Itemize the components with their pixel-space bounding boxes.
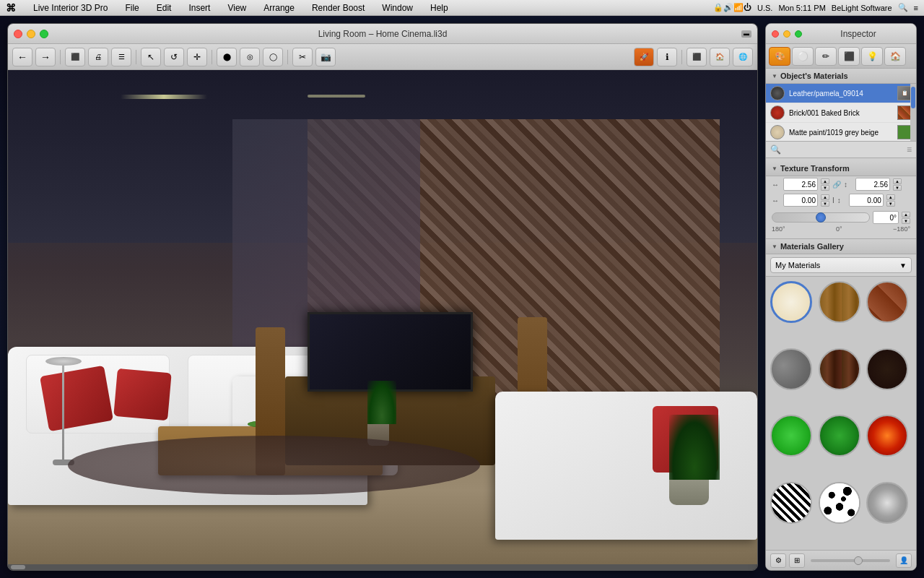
3d-button[interactable]: 🚀 xyxy=(634,48,654,66)
menubar-menu-icon[interactable]: ≡ xyxy=(914,4,918,12)
info-button[interactable]: ℹ xyxy=(657,48,677,66)
height-up-btn[interactable]: ▲ xyxy=(893,178,902,184)
rotation-input[interactable]: 0° xyxy=(873,211,899,224)
gallery-person-btn[interactable]: 👤 xyxy=(896,553,912,568)
rotation-stepper[interactable]: ▲ ▼ xyxy=(902,212,910,224)
tab-dark[interactable]: ⬛ xyxy=(838,47,860,66)
width-down-btn[interactable]: ▼ xyxy=(821,185,829,191)
offsety-up-btn[interactable]: ▲ xyxy=(886,194,895,200)
toolbar-sep-3 xyxy=(212,50,212,64)
height-down-btn[interactable]: ▼ xyxy=(893,185,902,191)
inspector-max[interactable] xyxy=(795,30,802,38)
height-input[interactable]: 2.56 xyxy=(855,178,890,191)
inspector-tabs: 🎨 ⚪ ✏ ⬛ 💡 🏠 xyxy=(766,44,916,69)
gallery-item-dark-wood[interactable] xyxy=(819,348,860,390)
gallery-item-zebra[interactable] xyxy=(770,482,812,524)
rot-up-btn[interactable]: ▲ xyxy=(902,212,910,217)
gallery-dropdown[interactable]: My Materials ▼ xyxy=(770,257,912,273)
width-stepper[interactable]: ▲ ▼ xyxy=(821,178,829,191)
orbit-button[interactable]: ◎ xyxy=(240,48,260,66)
gallery-item-fire[interactable] xyxy=(866,415,908,457)
window-resize-btn[interactable]: ▬ xyxy=(741,30,751,38)
slider-min-label: 180° xyxy=(772,225,785,233)
select-button[interactable]: ↖ xyxy=(141,48,161,66)
menu-app[interactable]: Live Interior 3D Pro xyxy=(30,3,110,13)
tab-edit[interactable]: ✏ xyxy=(815,47,837,66)
apple-menu[interactable]: ⌘ xyxy=(6,2,16,14)
material-label-1: Leather/pamela_09014 xyxy=(789,90,893,98)
material-item-2[interactable]: Brick/001 Baked Brick xyxy=(766,103,916,123)
offset-y-stepper[interactable]: ▲ ▼ xyxy=(886,194,895,207)
texture-header-label: Texture Transform xyxy=(780,164,850,173)
gallery-grid-btn[interactable]: ⊞ xyxy=(789,553,805,568)
width-input[interactable]: 2.56 xyxy=(783,178,818,191)
rot-down-btn[interactable]: ▼ xyxy=(902,218,910,224)
layout1-button[interactable]: ⬛ xyxy=(687,48,707,66)
scrollbar-thumb[interactable] xyxy=(11,565,25,569)
close-button[interactable] xyxy=(14,30,22,38)
offset-x-input[interactable]: 0.00 xyxy=(783,194,818,207)
offsetx-down-btn[interactable]: ▼ xyxy=(821,201,829,207)
record-button[interactable]: ⬤ xyxy=(217,48,237,66)
inspector-panel: Inspector 🎨 ⚪ ✏ ⬛ 💡 🏠 ▼ Object's Materia… xyxy=(765,23,917,571)
materials-scrollbar[interactable] xyxy=(910,84,916,141)
minimize-button[interactable] xyxy=(27,30,35,38)
gallery-item-concrete[interactable] xyxy=(770,348,812,390)
maximize-button[interactable] xyxy=(40,30,48,38)
gallery-item-wood[interactable] xyxy=(819,281,860,323)
cut-button[interactable]: ✂ xyxy=(292,48,313,66)
menubar-search-icon[interactable]: 🔍 xyxy=(898,3,908,12)
rotation-slider[interactable] xyxy=(772,212,870,223)
menu-view[interactable]: View xyxy=(225,3,249,13)
gallery-settings-btn[interactable]: ⚙ xyxy=(770,553,786,568)
3d-scene[interactable] xyxy=(8,70,757,564)
tab-light[interactable]: 💡 xyxy=(861,47,883,66)
offsetx-up-btn[interactable]: ▲ xyxy=(821,194,829,200)
menu-file[interactable]: File xyxy=(122,3,141,13)
floorplan-button[interactable]: ⬛ xyxy=(65,48,85,66)
material-item-1[interactable]: Leather/pamela_09014 📋 xyxy=(766,84,916,103)
menu-edit[interactable]: Edit xyxy=(154,3,175,13)
offsety-down-btn[interactable]: ▼ xyxy=(886,201,895,207)
eyedropper-icon[interactable]: 🔍 xyxy=(770,144,781,155)
toolbar-sep-2 xyxy=(136,50,136,64)
layout3-button[interactable]: 🌐 xyxy=(733,48,753,66)
offset-y-input[interactable]: 0.00 xyxy=(849,194,884,207)
render-button[interactable]: 🖨 xyxy=(88,48,108,66)
menu-help[interactable]: Help xyxy=(427,3,451,13)
width-up-btn[interactable]: ▲ xyxy=(821,178,829,184)
height-stepper[interactable]: ▲ ▼ xyxy=(893,178,902,191)
material-item-3[interactable]: Matte paint/1019 grey beige xyxy=(766,123,916,142)
gallery-item-green-dark[interactable] xyxy=(819,415,860,457)
move-button[interactable]: ✛ xyxy=(187,48,207,66)
tab-house[interactable]: 🏠 xyxy=(884,47,906,66)
menu-insert[interactable]: Insert xyxy=(186,3,213,13)
material-label-3: Matte paint/1019 grey beige xyxy=(789,129,893,137)
gallery-item-very-dark[interactable] xyxy=(866,348,908,390)
gallery-item-brick[interactable] xyxy=(866,281,908,323)
camera-button[interactable]: 📷 xyxy=(315,48,336,66)
scene-scrollbar[interactable] xyxy=(8,564,757,570)
gallery-item-spots[interactable] xyxy=(819,482,860,524)
view-button[interactable]: ☰ xyxy=(111,48,131,66)
layout2-button[interactable]: 🏠 xyxy=(710,48,730,66)
gallery-item-green-bright[interactable] xyxy=(770,415,812,457)
tab-sphere[interactable]: ⚪ xyxy=(792,47,814,66)
pan-button[interactable]: ◯ xyxy=(263,48,283,66)
gallery-item-silver[interactable] xyxy=(866,482,908,524)
menu-render[interactable]: Render Boost xyxy=(309,3,367,13)
inspector-min[interactable] xyxy=(783,30,790,38)
gallery-item-cream[interactable] xyxy=(770,281,812,323)
menu-window[interactable]: Window xyxy=(379,3,416,13)
offset-x-stepper[interactable]: ▲ ▼ xyxy=(821,194,829,207)
gallery-size-slider[interactable] xyxy=(811,559,890,562)
tab-materials[interactable]: 🎨 xyxy=(769,47,790,66)
rotate-button[interactable]: ↺ xyxy=(164,48,184,66)
rotation-thumb[interactable] xyxy=(816,212,826,223)
menu-arrange[interactable]: Arrange xyxy=(261,3,297,13)
texture-triangle-icon: ▼ xyxy=(772,165,777,172)
forward-button[interactable]: → xyxy=(35,48,56,66)
gallery-size-thumb[interactable] xyxy=(854,556,863,565)
inspector-close[interactable] xyxy=(772,30,779,38)
back-button[interactable]: ← xyxy=(12,48,32,66)
